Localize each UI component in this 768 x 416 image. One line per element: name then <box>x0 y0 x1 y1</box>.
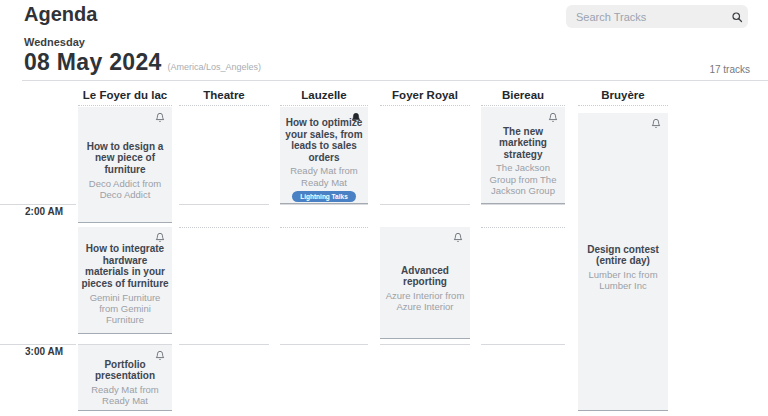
gridline-dotted-row2 <box>179 227 269 228</box>
header-divider <box>22 80 768 81</box>
gridline-dotted-row2 <box>481 227 565 228</box>
gridline-dotted-row1 <box>78 105 172 106</box>
gridline-dotted-row1 <box>481 105 565 106</box>
gridline-hour-2am <box>280 204 368 205</box>
gridline-dotted-row1 <box>280 105 368 106</box>
gridline-hour-3am <box>179 344 269 345</box>
track-card-how-to-design[interactable]: How to design a new piece of furniture D… <box>78 107 172 223</box>
card-body: Advanced reporting Azure Interior from A… <box>380 227 470 338</box>
track-speaker: Gemini Furniture from Gemini Furniture <box>81 292 169 326</box>
track-speaker: Azure Interior from Azure Interior <box>383 290 467 313</box>
date-line: 08 May 2024 (America/Los_Angeles) <box>24 49 261 76</box>
room-header-biereau: Biereau <box>481 89 565 101</box>
search-icon[interactable] <box>726 11 748 23</box>
track-title: How to integrate hardware materials in y… <box>81 243 169 289</box>
card-body: How to design a new piece of furniture D… <box>78 107 172 222</box>
track-card-advanced-reporting[interactable]: Advanced reporting Azure Interior from A… <box>380 227 470 339</box>
track-speaker: Lumber Inc from Lumber Inc <box>581 269 665 292</box>
gridline-dotted-row1 <box>380 105 470 106</box>
lightning-talks-badge: Lightning Talks <box>292 191 356 202</box>
track-title: Design contest (entire day) <box>581 244 665 267</box>
gridline-hour-3am <box>280 344 368 345</box>
card-body: The new marketing strategy The Jackson G… <box>481 107 565 203</box>
track-title: The new marketing strategy <box>484 126 562 161</box>
room-header-le-foyer-du-lac: Le Foyer du lac <box>78 89 172 101</box>
gridline-hour-3am-gutter <box>0 344 76 345</box>
time-label-3am: 3:00 AM <box>25 346 63 357</box>
track-speaker: Ready Mat from Ready Mat <box>283 165 365 188</box>
room-header-lauzelle: Lauzelle <box>280 89 368 101</box>
card-body: Design contest (entire day) Lumber Inc f… <box>578 113 668 410</box>
gridline-dotted-row2 <box>280 227 368 228</box>
timezone-label: (America/Los_Angeles) <box>168 62 262 72</box>
date-label: 08 May 2024 <box>24 49 162 76</box>
track-speaker: Ready Mat from Ready Mat <box>81 384 169 407</box>
track-title: Portfolio presentation <box>81 359 169 382</box>
gridline-hour-2am-gutter <box>0 204 76 205</box>
tracks-count: 17 tracks <box>709 64 750 75</box>
gridline-hour-3am <box>380 344 470 345</box>
track-card-new-marketing-strategy[interactable]: The new marketing strategy The Jackson G… <box>481 107 565 204</box>
card-body: How to integrate hardware materials in y… <box>78 227 172 333</box>
card-body: Portfolio presentation Ready Mat from Re… <box>78 345 172 410</box>
gridline-dotted-row1 <box>179 105 269 106</box>
track-title: How to design a new piece of furniture <box>81 141 169 176</box>
time-label-2am: 2:00 AM <box>25 206 63 217</box>
gridline-hour-2am <box>481 204 565 205</box>
room-header-foyer-royal: Foyer Royal <box>380 89 470 101</box>
track-title: Advanced reporting <box>383 265 467 288</box>
track-speaker: Deco Addict from Deco Addict <box>81 178 169 201</box>
weekday-label: Wednesday <box>24 36 85 48</box>
gridline-hour-3am <box>481 344 565 345</box>
search-input[interactable] <box>566 11 726 23</box>
track-card-how-to-integrate-hardware[interactable]: How to integrate hardware materials in y… <box>78 227 172 334</box>
card-body: How to optimize your sales, from leads t… <box>280 107 368 203</box>
gridline-hour-2am <box>179 204 269 205</box>
search-box[interactable] <box>566 5 748 28</box>
room-header-bruyere: Bruyère <box>578 89 668 101</box>
track-card-how-to-optimize-sales[interactable]: How to optimize your sales, from leads t… <box>280 107 368 204</box>
track-title: How to optimize your sales, from leads t… <box>283 117 365 163</box>
gridline-dotted-row1 <box>578 105 668 106</box>
room-header-theatre: Theatre <box>179 89 269 101</box>
track-speaker: The Jackson Group from The Jackson Group <box>484 162 562 196</box>
track-card-design-contest[interactable]: Design contest (entire day) Lumber Inc f… <box>578 113 668 411</box>
gridline-hour-2am <box>380 204 470 205</box>
track-card-portfolio-presentation[interactable]: Portfolio presentation Ready Mat from Re… <box>78 345 172 411</box>
page-title: Agenda <box>24 3 97 26</box>
